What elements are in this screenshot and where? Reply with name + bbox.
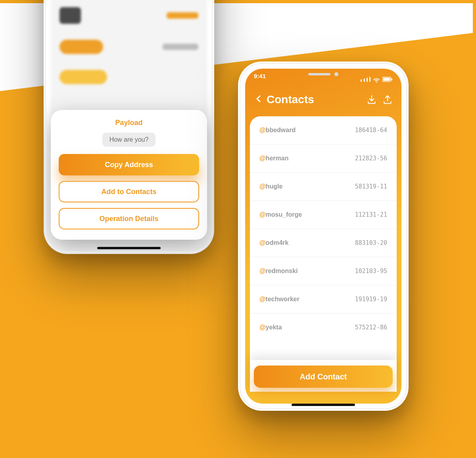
home-indicator	[292, 404, 355, 406]
contact-id: 112131-21	[355, 211, 387, 218]
contact-handle: @mosu_forge	[259, 211, 302, 218]
add-contact-button[interactable]: Add Contact	[254, 366, 393, 388]
contact-id: 212823-56	[355, 155, 387, 162]
contact-handle: @odm4rk	[259, 239, 288, 246]
wifi-icon	[373, 76, 380, 83]
contacts-list: @bbedward 186418-64 @herman 212823-56 @h…	[250, 116, 397, 362]
contact-row[interactable]: @herman 212823-56	[250, 144, 397, 173]
operation-details-button[interactable]: Operation Details	[59, 208, 199, 229]
signal-icon	[361, 76, 370, 83]
contact-id: 883103-20	[355, 239, 387, 246]
home-indicator	[97, 247, 161, 249]
contact-handle: @bbedward	[259, 127, 296, 134]
contacts-screen: 9:41 Contac	[245, 69, 401, 404]
contacts-header: Contacts	[245, 86, 401, 116]
payload-chip: How are you?	[102, 133, 156, 147]
phone-notch	[288, 69, 359, 80]
cta-wrap: Add Contact	[250, 360, 397, 392]
export-icon[interactable]	[382, 94, 393, 105]
contact-row[interactable]: @yekta 575212-86	[250, 314, 397, 341]
phone-mockup-left: Payload How are you? Copy Address Add to…	[44, 0, 214, 254]
copy-address-button[interactable]: Copy Address	[59, 154, 199, 175]
status-time: 9:41	[254, 73, 266, 86]
page-title: Contacts	[267, 93, 314, 106]
svg-rect-1	[383, 78, 390, 81]
import-icon[interactable]	[367, 94, 377, 105]
contact-id: 102103-95	[355, 267, 387, 275]
contact-row[interactable]: @odm4rk 883103-20	[250, 229, 397, 257]
contact-row[interactable]: @redmonski 102103-95	[250, 257, 397, 285]
contact-handle: @hugle	[259, 183, 282, 190]
contact-row[interactable]: @techworker 191919-19	[250, 285, 397, 314]
contact-id: 186418-64	[355, 127, 387, 134]
svg-rect-2	[391, 78, 392, 81]
add-to-contacts-button[interactable]: Add to Contacts	[59, 181, 199, 202]
contact-id: 581319-11	[355, 183, 387, 190]
contact-handle: @redmonski	[259, 267, 298, 275]
battery-icon	[382, 77, 393, 82]
contact-handle: @yekta	[259, 324, 282, 331]
contact-id: 191919-19	[355, 296, 387, 303]
contact-row[interactable]: @hugle 581319-11	[250, 173, 397, 201]
back-icon[interactable]	[254, 94, 263, 105]
phone-mockup-right: 9:41 Contac	[238, 62, 409, 411]
sheet-title: Payload	[59, 119, 199, 127]
payload-sheet: Payload How are you? Copy Address Add to…	[51, 110, 207, 240]
contact-row[interactable]: @bbedward 186418-64	[250, 116, 397, 144]
contact-row[interactable]: @mosu_forge 112131-21	[250, 201, 397, 229]
contact-handle: @techworker	[259, 296, 299, 303]
contact-id: 575212-86	[355, 324, 387, 331]
contact-handle: @herman	[259, 155, 288, 162]
